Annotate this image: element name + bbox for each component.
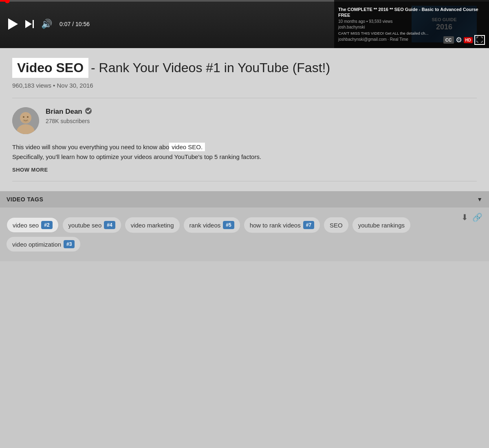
channel-name-row: Brian Dean [46,107,92,116]
channel-name[interactable]: Brian Dean [46,108,82,116]
main-content: Video SEO - Rank Your Videos #1 in YouTu… [0,48,489,191]
svg-point-4 [27,116,29,118]
video-meta: 960,183 views • Nov 30, 2016 [12,82,477,89]
download-icon: ⬇ [461,213,468,222]
gear-icon: ⚙ [456,35,462,44]
tag-text: how to rank videos [250,222,301,229]
player-right-controls: CC ⚙ HD ⛶ [443,35,489,45]
tag-chip[interactable]: youtube rankings [352,217,410,233]
play-icon [8,18,18,30]
rank-badge: #7 [303,221,314,229]
tag-chip[interactable]: rank videos #5 [184,217,240,233]
tag-chip[interactable]: youtube seo #4 [63,217,121,233]
verified-icon [85,107,92,116]
divider-1 [12,98,477,98]
tag-text: video seo [13,222,39,229]
tags-collapse-icon[interactable]: ▼ [477,196,482,203]
volume-button[interactable]: 🔊 [41,19,52,29]
tag-text: video optimization [12,241,61,248]
tags-section: VIDEO TAGS ▼ ⬇ 🔗 video seo #2 youtube se… [0,191,489,261]
play-button[interactable] [8,18,18,30]
title-highlight: Video SEO [12,58,88,78]
tag-text: SEO [330,222,343,229]
svg-point-3 [23,116,24,118]
rank-badge: #4 [104,221,115,229]
volume-icon: 🔊 [41,19,52,29]
desc-text-after: Specifically, you'll learn how to optimi… [12,153,261,160]
channel-details: Brian Dean 278K subscribers [46,107,92,124]
progress-dot [5,0,10,3]
tag-chip[interactable]: video seo #2 [7,217,59,233]
description: This video will show you everything you … [12,142,330,162]
skip-icon [25,20,34,28]
info-panel-author: josh.bachynski [338,25,485,29]
tags-header: VIDEO TAGS ▼ [0,191,489,207]
tag-chip[interactable]: SEO [324,217,348,233]
tags-grid: video seo #2 youtube seo #4 video market… [7,217,482,252]
tag-chip[interactable]: how to rank videos #7 [244,217,320,233]
link-icon: 🔗 [472,213,482,222]
download-button[interactable]: ⬇ [461,212,468,222]
info-panel-title: The COMPLETE ** 2016 ** SEO Guide - Basi… [338,7,485,18]
tag-text: youtube seo [68,222,102,229]
rank-badge: #2 [41,221,52,229]
info-panel-meta: 10 months ago • 93,593 views [338,19,485,24]
fullscreen-icon: ⛶ [476,37,483,43]
cc-button[interactable]: CC [443,36,454,44]
time-display: 0:07 / 10:56 [59,21,90,27]
settings-button[interactable]: ⚙ [456,35,462,44]
title-rest: - Rank Your Videos #1 in YouTube (Fast!) [91,60,330,75]
fullscreen-button[interactable]: ⛶ [474,35,485,45]
show-more-button[interactable]: SHOW MORE [12,167,477,173]
video-title-row: Video SEO - Rank Your Videos #1 in YouTu… [12,58,477,78]
video-player: 🔊 0:07 / 10:56 SEO GUIDE 2016 The COMPLE… [0,0,489,48]
rank-badge: #5 [223,221,234,229]
tags-action-icons: ⬇ 🔗 [461,212,482,222]
tag-chip[interactable]: video marketing [125,217,180,233]
tag-text: video marketing [131,222,174,229]
rank-badge: #3 [64,240,75,248]
desc-highlight: video SEO. [169,143,205,151]
tags-label: VIDEO TAGS [7,196,43,203]
tag-text: rank videos [189,222,221,229]
tag-text: youtube rankings [358,222,405,229]
svg-point-6 [85,108,92,114]
desc-text-before: This video will show you everything you … [12,143,169,150]
hd-badge: HD [464,37,473,43]
channel-row: Brian Dean 278K subscribers [12,107,477,134]
subscriber-count: 278K subscribers [46,118,92,124]
tags-body: ⬇ 🔗 video seo #2 youtube seo #4 video ma… [0,207,489,261]
tag-chip[interactable]: video optimization #3 [7,237,80,252]
link-button[interactable]: 🔗 [472,212,482,222]
svg-point-5 [22,119,29,123]
avatar-image [12,107,39,134]
divider-2 [12,181,477,181]
avatar[interactable] [12,107,39,134]
skip-button[interactable] [25,20,34,28]
